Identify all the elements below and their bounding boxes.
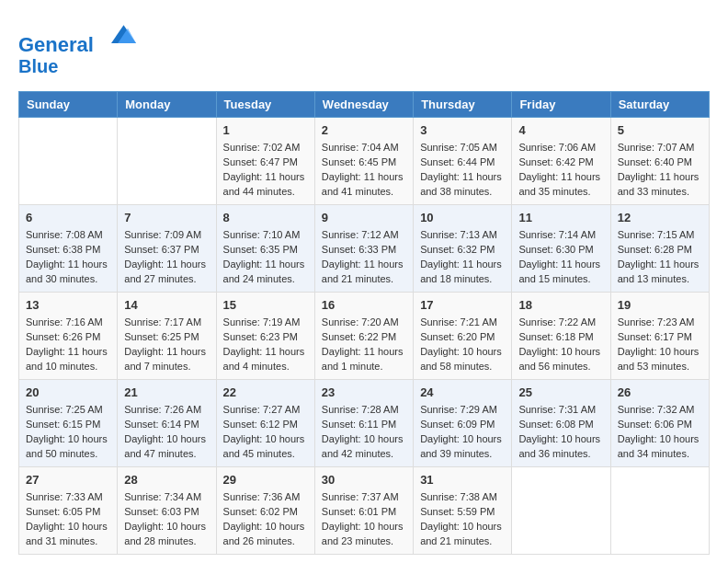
- calendar-cell: 7Sunrise: 7:09 AM Sunset: 6:37 PM Daylig…: [118, 205, 216, 293]
- day-number: 27: [26, 472, 110, 488]
- day-number: 6: [26, 210, 110, 226]
- calendar-cell: 5Sunrise: 7:07 AM Sunset: 6:40 PM Daylig…: [610, 118, 709, 205]
- day-number: 2: [322, 122, 406, 139]
- day-info: Sunrise: 7:04 AM Sunset: 6:45 PM Dayligh…: [322, 141, 406, 200]
- day-number: 31: [420, 472, 505, 488]
- calendar-table: SundayMondayTuesdayWednesdayThursdayFrid…: [18, 91, 710, 555]
- calendar-cell: 21Sunrise: 7:26 AM Sunset: 6:14 PM Dayli…: [118, 380, 216, 467]
- day-number: 14: [124, 297, 209, 314]
- logo-text: General: [18, 18, 136, 56]
- day-number: 13: [26, 297, 110, 314]
- day-number: 26: [618, 385, 702, 401]
- calendar-cell: 16Sunrise: 7:20 AM Sunset: 6:22 PM Dayli…: [314, 293, 413, 380]
- calendar-cell: [118, 118, 216, 205]
- day-number: 21: [124, 385, 209, 401]
- day-info: Sunrise: 7:23 AM Sunset: 6:17 PM Dayligh…: [618, 316, 702, 374]
- calendar-cell: 23Sunrise: 7:28 AM Sunset: 6:11 PM Dayli…: [314, 380, 413, 467]
- day-number: 18: [518, 297, 603, 314]
- day-info: Sunrise: 7:32 AM Sunset: 6:06 PM Dayligh…: [618, 403, 702, 462]
- calendar-cell: 20Sunrise: 7:25 AM Sunset: 6:15 PM Dayli…: [19, 380, 118, 467]
- day-of-week-header: Monday: [118, 92, 216, 118]
- day-number: 24: [420, 385, 505, 401]
- calendar-cell: 17Sunrise: 7:21 AM Sunset: 6:20 PM Dayli…: [414, 293, 512, 380]
- calendar-cell: 8Sunrise: 7:10 AM Sunset: 6:35 PM Daylig…: [216, 205, 314, 293]
- day-info: Sunrise: 7:34 AM Sunset: 6:03 PM Dayligh…: [124, 490, 209, 549]
- calendar-cell: 28Sunrise: 7:34 AM Sunset: 6:03 PM Dayli…: [118, 466, 216, 554]
- day-info: Sunrise: 7:14 AM Sunset: 6:30 PM Dayligh…: [518, 228, 603, 287]
- day-number: 11: [518, 210, 603, 226]
- calendar-week-row: 27Sunrise: 7:33 AM Sunset: 6:05 PM Dayli…: [19, 466, 710, 554]
- calendar-cell: 15Sunrise: 7:19 AM Sunset: 6:23 PM Dayli…: [216, 293, 314, 380]
- day-info: Sunrise: 7:21 AM Sunset: 6:20 PM Dayligh…: [420, 316, 505, 374]
- day-number: 8: [223, 210, 308, 226]
- calendar-week-row: 1Sunrise: 7:02 AM Sunset: 6:47 PM Daylig…: [19, 118, 710, 205]
- calendar-cell: [512, 466, 610, 554]
- calendar-cell: [610, 466, 709, 554]
- day-number: 5: [618, 122, 702, 139]
- day-info: Sunrise: 7:07 AM Sunset: 6:40 PM Dayligh…: [618, 141, 702, 200]
- day-info: Sunrise: 7:19 AM Sunset: 6:23 PM Dayligh…: [223, 316, 308, 374]
- calendar-cell: 27Sunrise: 7:33 AM Sunset: 6:05 PM Dayli…: [19, 466, 118, 554]
- calendar-cell: 19Sunrise: 7:23 AM Sunset: 6:17 PM Dayli…: [610, 293, 709, 380]
- day-info: Sunrise: 7:20 AM Sunset: 6:22 PM Dayligh…: [322, 316, 406, 374]
- calendar-cell: 1Sunrise: 7:02 AM Sunset: 6:47 PM Daylig…: [216, 118, 314, 205]
- day-number: 22: [223, 385, 308, 401]
- day-info: Sunrise: 7:16 AM Sunset: 6:26 PM Dayligh…: [26, 316, 110, 374]
- day-info: Sunrise: 7:38 AM Sunset: 5:59 PM Dayligh…: [420, 490, 505, 549]
- day-of-week-header: Tuesday: [216, 92, 314, 118]
- day-of-week-header: Friday: [512, 92, 610, 118]
- day-number: 3: [420, 122, 505, 139]
- day-number: 9: [322, 210, 406, 226]
- calendar-cell: 24Sunrise: 7:29 AM Sunset: 6:09 PM Dayli…: [414, 380, 512, 467]
- day-number: 4: [518, 122, 603, 139]
- calendar-week-row: 13Sunrise: 7:16 AM Sunset: 6:26 PM Dayli…: [19, 293, 710, 380]
- day-info: Sunrise: 7:10 AM Sunset: 6:35 PM Dayligh…: [223, 228, 308, 287]
- day-number: 10: [420, 210, 505, 226]
- day-info: Sunrise: 7:22 AM Sunset: 6:18 PM Dayligh…: [518, 316, 603, 374]
- calendar-cell: 30Sunrise: 7:37 AM Sunset: 6:01 PM Dayli…: [314, 466, 413, 554]
- calendar-header-row: SundayMondayTuesdayWednesdayThursdayFrid…: [19, 92, 710, 118]
- calendar-cell: 12Sunrise: 7:15 AM Sunset: 6:28 PM Dayli…: [610, 205, 709, 293]
- day-of-week-header: Thursday: [414, 92, 512, 118]
- calendar-cell: 25Sunrise: 7:31 AM Sunset: 6:08 PM Dayli…: [512, 380, 610, 467]
- day-info: Sunrise: 7:26 AM Sunset: 6:14 PM Dayligh…: [124, 403, 209, 462]
- calendar-cell: 18Sunrise: 7:22 AM Sunset: 6:18 PM Dayli…: [512, 293, 610, 380]
- day-info: Sunrise: 7:29 AM Sunset: 6:09 PM Dayligh…: [420, 403, 505, 462]
- calendar-cell: 10Sunrise: 7:13 AM Sunset: 6:32 PM Dayli…: [414, 205, 512, 293]
- day-info: Sunrise: 7:08 AM Sunset: 6:38 PM Dayligh…: [26, 228, 110, 287]
- calendar-cell: 31Sunrise: 7:38 AM Sunset: 5:59 PM Dayli…: [414, 466, 512, 554]
- day-of-week-header: Wednesday: [314, 92, 413, 118]
- day-of-week-header: Saturday: [610, 92, 709, 118]
- calendar-cell: 26Sunrise: 7:32 AM Sunset: 6:06 PM Dayli…: [610, 380, 709, 467]
- day-number: 7: [124, 210, 209, 226]
- day-info: Sunrise: 7:13 AM Sunset: 6:32 PM Dayligh…: [420, 228, 505, 287]
- calendar-cell: 14Sunrise: 7:17 AM Sunset: 6:25 PM Dayli…: [118, 293, 216, 380]
- day-info: Sunrise: 7:15 AM Sunset: 6:28 PM Dayligh…: [618, 228, 702, 287]
- day-info: Sunrise: 7:09 AM Sunset: 6:37 PM Dayligh…: [124, 228, 209, 287]
- calendar-cell: [19, 118, 118, 205]
- day-info: Sunrise: 7:27 AM Sunset: 6:12 PM Dayligh…: [223, 403, 308, 462]
- day-number: 30: [322, 472, 406, 488]
- logo-blue-text: Blue: [18, 56, 136, 76]
- day-info: Sunrise: 7:37 AM Sunset: 6:01 PM Dayligh…: [322, 490, 406, 549]
- calendar-cell: 9Sunrise: 7:12 AM Sunset: 6:33 PM Daylig…: [314, 205, 413, 293]
- calendar-cell: 13Sunrise: 7:16 AM Sunset: 6:26 PM Dayli…: [19, 293, 118, 380]
- day-number: 15: [223, 297, 308, 314]
- day-number: 17: [420, 297, 505, 314]
- day-number: 19: [618, 297, 702, 314]
- day-info: Sunrise: 7:28 AM Sunset: 6:11 PM Dayligh…: [322, 403, 406, 462]
- day-info: Sunrise: 7:12 AM Sunset: 6:33 PM Dayligh…: [322, 228, 406, 287]
- calendar-cell: 6Sunrise: 7:08 AM Sunset: 6:38 PM Daylig…: [19, 205, 118, 293]
- day-info: Sunrise: 7:02 AM Sunset: 6:47 PM Dayligh…: [223, 141, 308, 200]
- day-number: 28: [124, 472, 209, 488]
- calendar-cell: 29Sunrise: 7:36 AM Sunset: 6:02 PM Dayli…: [216, 466, 314, 554]
- day-number: 20: [26, 385, 110, 401]
- day-number: 23: [322, 385, 406, 401]
- day-info: Sunrise: 7:17 AM Sunset: 6:25 PM Dayligh…: [124, 316, 209, 374]
- day-info: Sunrise: 7:31 AM Sunset: 6:08 PM Dayligh…: [518, 403, 603, 462]
- calendar-cell: 3Sunrise: 7:05 AM Sunset: 6:44 PM Daylig…: [414, 118, 512, 205]
- day-number: 12: [618, 210, 702, 226]
- calendar-week-row: 6Sunrise: 7:08 AM Sunset: 6:38 PM Daylig…: [19, 205, 710, 293]
- page-header: General Blue: [18, 18, 710, 76]
- logo-icon: [103, 18, 136, 52]
